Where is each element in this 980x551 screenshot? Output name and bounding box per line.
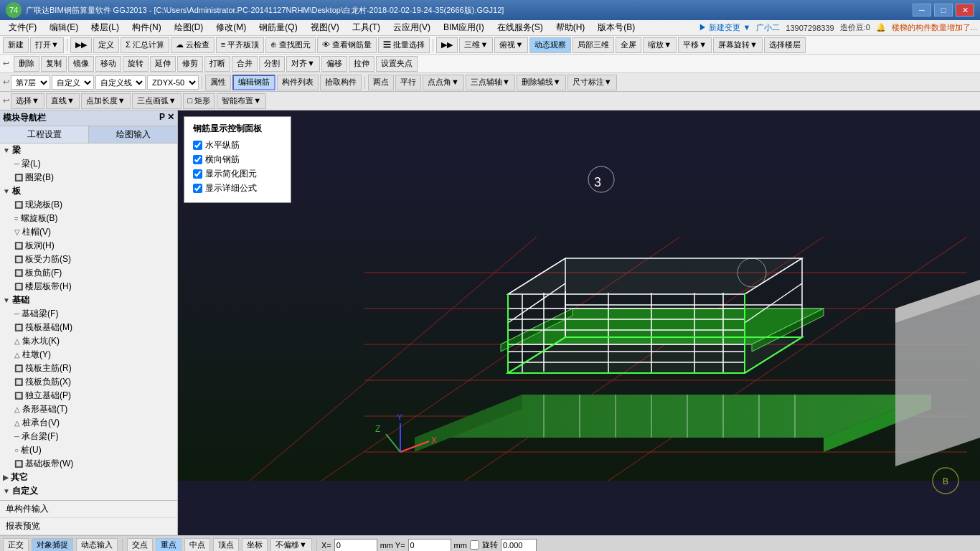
sidebar-item-2[interactable]: 🔲圈梁(B) xyxy=(0,171,177,184)
menu-version[interactable]: 版本号(B) xyxy=(592,20,641,35)
layer-dropdown[interactable]: 第7层 xyxy=(11,75,50,90)
two-point-button[interactable]: 两点 xyxy=(368,75,394,90)
y-input[interactable] xyxy=(408,539,451,552)
sidebar-item-6[interactable]: ▽柱帽(V) xyxy=(0,225,177,239)
menu-bim[interactable]: BIM应用(I) xyxy=(438,20,490,35)
menu-floor[interactable]: 楼层(L) xyxy=(85,20,125,35)
pick-component-button[interactable]: 拾取构件 xyxy=(320,75,362,90)
viewport[interactable]: 钢筋显示控制面板 水平纵筋 横向钢筋 显示简化图元 显示详细公式 xyxy=(178,110,980,535)
sidebar-item-7[interactable]: 🔲板洞(H) xyxy=(0,239,177,253)
menu-tools[interactable]: 工具(T) xyxy=(347,20,386,35)
copy-button[interactable]: 复制 xyxy=(41,56,67,72)
sidebar-item-24[interactable]: ▶其它 xyxy=(0,471,177,484)
snap-button[interactable]: 对象捕捉 xyxy=(32,538,73,552)
engineering-setup-tab[interactable]: 工程设置 xyxy=(0,126,89,143)
coord-button[interactable]: 坐标 xyxy=(242,538,268,552)
maximize-button[interactable]: □ xyxy=(934,4,953,17)
new-button[interactable]: 新建 xyxy=(3,37,29,53)
point-length-button[interactable]: 点加长度▼ xyxy=(81,93,131,109)
define-button[interactable]: 定义 xyxy=(93,37,119,53)
new-change-btn[interactable]: ▶ 新建变更 ▼ xyxy=(699,22,750,33)
transv-rebar-checkbox[interactable] xyxy=(193,155,202,164)
close-button[interactable]: ✕ xyxy=(956,4,974,17)
orthogonal-button[interactable]: 正交 xyxy=(3,538,29,552)
select-button[interactable]: 选择▼ xyxy=(11,93,44,109)
menu-draw[interactable]: 绘图(D) xyxy=(169,20,209,35)
smart-place-button[interactable]: 智能布置▼ xyxy=(217,93,266,109)
dynamic-view-button[interactable]: 动态观察 xyxy=(529,37,571,53)
align-slab-button[interactable]: ≡ 平齐板顶 xyxy=(216,37,264,53)
arc-button[interactable]: 三点画弧▼ xyxy=(132,93,182,109)
code-dropdown[interactable]: ZDYX-50 xyxy=(147,75,199,90)
menu-rebar-qty[interactable]: 钢筋量(Q) xyxy=(253,20,303,35)
sidebar-item-15[interactable]: △柱墩(Y) xyxy=(0,348,177,362)
vertex-button[interactable]: 顶点 xyxy=(213,538,239,552)
more-button-2[interactable]: ▶▶ xyxy=(436,37,458,53)
sidebar-controls[interactable]: P ✕ xyxy=(159,112,174,124)
merge-button[interactable]: 合并 xyxy=(232,56,258,72)
pan-button[interactable]: 平移▼ xyxy=(678,37,712,53)
minimize-button[interactable]: ─ xyxy=(913,4,931,17)
menu-help[interactable]: 帮助(H) xyxy=(550,20,591,35)
sidebar-item-22[interactable]: ○桩(U) xyxy=(0,443,177,457)
x-input[interactable] xyxy=(334,539,377,552)
menu-online[interactable]: 在线服务(S) xyxy=(491,20,549,35)
zoom-button[interactable]: 缩放▼ xyxy=(643,37,677,53)
sidebar-item-3[interactable]: ▼板 xyxy=(0,184,177,198)
3d-button[interactable]: 三维▼ xyxy=(459,37,493,53)
local-3d-button[interactable]: 局部三维 xyxy=(573,37,614,53)
3d-scene[interactable]: X Y Z 3 B xyxy=(178,110,980,535)
sidebar-item-19[interactable]: △条形基础(T) xyxy=(0,402,177,416)
sidebar-item-18[interactable]: 🔲独立基础(P) xyxy=(0,389,177,402)
sidebar-item-21[interactable]: ─承台梁(F) xyxy=(0,430,177,443)
rect-button[interactable]: □ 矩形 xyxy=(183,93,216,109)
notice-bell[interactable]: 🔔 xyxy=(876,23,886,32)
extend-button[interactable]: 延伸 xyxy=(150,56,176,72)
split-button[interactable]: 分割 xyxy=(259,56,285,72)
open-button[interactable]: 打开▼ xyxy=(30,37,64,53)
cloud-check-button[interactable]: ☁ 云检查 xyxy=(171,37,215,53)
show-simple-checkbox[interactable] xyxy=(193,169,202,179)
set-grip-button[interactable]: 设置夹点 xyxy=(376,56,418,72)
show-formula-checkbox[interactable] xyxy=(193,184,202,193)
custom-dropdown[interactable]: 自定义 xyxy=(52,75,94,90)
trim-button[interactable]: 修剪 xyxy=(177,56,203,72)
menu-modify[interactable]: 修改(M) xyxy=(210,20,252,35)
sidebar-item-10[interactable]: 🔲楼层板带(H) xyxy=(0,280,177,293)
screen-rotate-button[interactable]: 屏幕旋转▼ xyxy=(713,37,763,53)
sidebar-item-16[interactable]: 🔲筏板主筋(R) xyxy=(0,362,177,375)
horiz-rebar-checkbox[interactable] xyxy=(193,141,202,150)
component-list-button[interactable]: 构件列表 xyxy=(277,75,319,90)
no-offset-button[interactable]: 不偏移▼ xyxy=(270,538,312,552)
linetype-dropdown[interactable]: 自定义线 xyxy=(95,75,146,90)
dynamic-input-button[interactable]: 动态输入 xyxy=(76,538,118,552)
sidebar-item-23[interactable]: 🔲基础板带(W) xyxy=(0,457,177,471)
menu-view[interactable]: 视图(V) xyxy=(305,20,345,35)
rotate-checkbox[interactable] xyxy=(470,540,479,550)
top-view-button[interactable]: 俯视▼ xyxy=(494,37,528,53)
rotate-input[interactable] xyxy=(501,539,537,552)
endpoint-button[interactable]: 重点 xyxy=(156,538,182,552)
delete-aux-button[interactable]: 删除辅线▼ xyxy=(517,75,566,90)
sidebar-item-4[interactable]: 🔲现浇板(B) xyxy=(0,198,177,212)
find-element-button[interactable]: ⊕ 查找图元 xyxy=(265,37,316,53)
sidebar-item-11[interactable]: ▼基础 xyxy=(0,293,177,307)
dimension-button[interactable]: 尺寸标注▼ xyxy=(567,75,617,90)
batch-select-button[interactable]: ☰ 批量选择 xyxy=(378,37,430,53)
property-button[interactable]: 属性 xyxy=(205,75,231,90)
three-point-axis-button[interactable]: 三点辅轴▼ xyxy=(466,75,515,90)
drawing-input-tab[interactable]: 绘图输入 xyxy=(89,126,177,143)
break-button[interactable]: 打断 xyxy=(204,56,230,72)
sidebar-item-17[interactable]: 🔲筏板负筋(X) xyxy=(0,375,177,389)
view-rebar-button[interactable]: 👁 查看钢筋量 xyxy=(317,37,377,53)
parallel-button[interactable]: 平行 xyxy=(395,75,421,90)
menu-component[interactable]: 构件(N) xyxy=(126,20,167,35)
angle-button[interactable]: 点点角▼ xyxy=(423,75,464,90)
sidebar-item-20[interactable]: △桩承台(V) xyxy=(0,416,177,430)
single-component-input[interactable]: 单构件输入 xyxy=(0,501,177,518)
sidebar-item-1[interactable]: ─梁(L) xyxy=(0,157,177,171)
sidebar-item-9[interactable]: 🔲板负筋(F) xyxy=(0,266,177,280)
menu-edit[interactable]: 编辑(E) xyxy=(44,20,84,35)
sidebar-item-14[interactable]: △集水坑(K) xyxy=(0,334,177,348)
rotate-button[interactable]: 旋转 xyxy=(123,56,149,72)
